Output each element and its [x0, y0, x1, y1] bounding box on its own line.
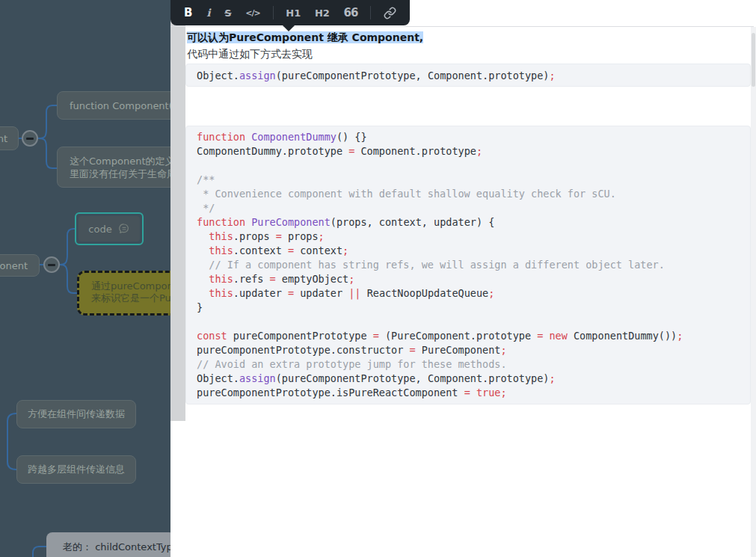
panel-right-scrollbar-thumb[interactable]: [752, 33, 755, 87]
node-benefit-cross-layers[interactable]: 跨越多层组件传递信息: [16, 455, 136, 484]
node-label: 方便在组件间传递数据: [28, 407, 125, 421]
node-label: code: [88, 224, 111, 235]
comment-icon: [118, 223, 130, 235]
quote-button[interactable]: 66: [342, 6, 360, 19]
note-paragraph[interactable]: 代码中通过如下方式去实现: [185, 46, 751, 62]
panel-left-scrollbar-thumb[interactable]: [170, 0, 185, 421]
node-benefit-pass-data[interactable]: 方便在组件间传递数据: [16, 400, 136, 428]
panel-right-scrollbar[interactable]: [751, 27, 756, 557]
link-button[interactable]: [382, 7, 398, 19]
note-editor-content[interactable]: 可以认为PureComponent 继承 Component, 代码中通过如下方…: [185, 27, 751, 404]
node-label: 跨越多层组件传递信息: [28, 463, 125, 476]
strikethrough-button[interactable]: S: [223, 7, 233, 19]
node-label-line2: 来标识它是一个Pu: [91, 292, 170, 304]
node-label: 老的： childContextType: [63, 541, 170, 554]
formatting-toolbar: B i S </> H1 H2 66: [170, 0, 410, 25]
node-function-component[interactable]: function Component(p: [57, 91, 170, 120]
node-component[interactable]: nt: [0, 126, 19, 150]
toolbar-pointer-arrow: [283, 25, 295, 31]
collapse-button[interactable]: [22, 130, 38, 147]
node-label-line2: 里面没有任何关于生命周: [70, 167, 170, 180]
collapse-button[interactable]: [43, 256, 60, 273]
heading2-button[interactable]: H2: [313, 7, 331, 19]
italic-button[interactable]: i: [205, 7, 212, 19]
toolbar-divider: [273, 6, 274, 19]
selected-text[interactable]: 可以认为PureComponent 继承 Component,: [187, 31, 423, 43]
node-label: nt: [0, 133, 7, 144]
code-block-purecomponent[interactable]: function ComponentDummy() {}ComponentDum…: [185, 126, 751, 404]
node-label-line1: 通过pureCompone: [91, 280, 170, 292]
bold-button[interactable]: B: [182, 6, 194, 19]
heading1-button[interactable]: H1: [284, 7, 302, 19]
node-label: ponent: [0, 260, 28, 271]
node-label-line1: 这个Component的定义: [70, 155, 170, 167]
toolbar-divider: [370, 6, 371, 19]
inline-code-button[interactable]: </>: [244, 8, 261, 18]
node-old-childcontexttype[interactable]: 老的： childContextType: [46, 532, 170, 557]
node-purecomponent[interactable]: ponent: [0, 254, 40, 277]
node-label: function Component(p: [70, 100, 170, 111]
node-component-definition[interactable]: 这个Component的定义 里面没有任何关于生命周: [57, 147, 170, 188]
link-icon: [384, 7, 396, 19]
node-code-selected[interactable]: code: [75, 212, 144, 245]
code-block-assign[interactable]: Object.assign(pureComponentPrototype, Co…: [185, 64, 751, 87]
note-paragraph-selected[interactable]: 可以认为PureComponent 继承 Component,: [185, 29, 751, 46]
panel-left-scrollbar[interactable]: [170, 0, 185, 557]
node-pure-note-highlighted[interactable]: 通过pureCompone 来标识它是一个Pu: [77, 271, 170, 316]
mindmap-canvas[interactable]: nt function Component(p 这个Component的定义 里…: [0, 0, 170, 557]
app-window: nt function Component(p 这个Component的定义 里…: [0, 0, 756, 557]
note-editor-panel: 可以认为PureComponent 继承 Component, 代码中通过如下方…: [170, 0, 756, 557]
